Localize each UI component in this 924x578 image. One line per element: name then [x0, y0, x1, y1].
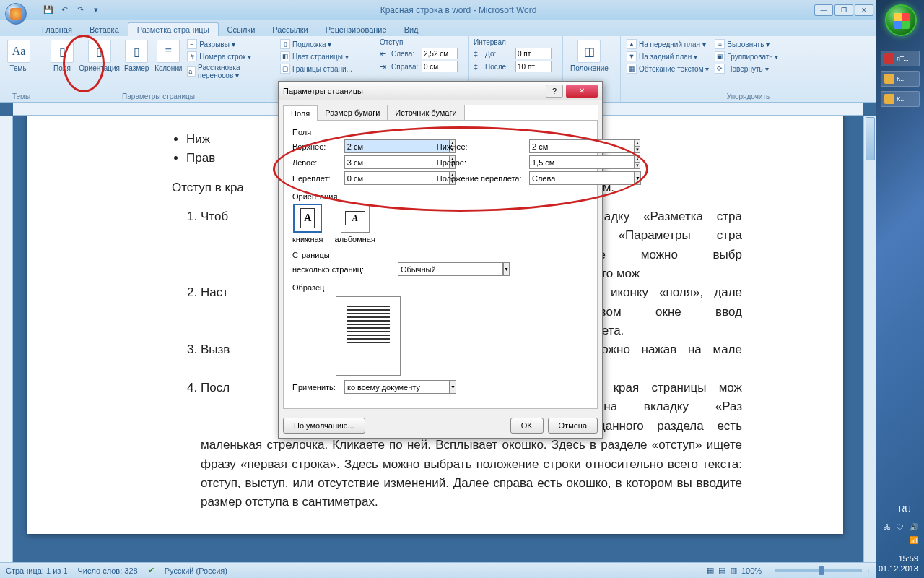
- status-words[interactable]: Число слов: 328: [78, 566, 138, 575]
- orientation-button[interactable]: ▯Ориентация: [79, 38, 119, 74]
- dialog-tab-source[interactable]: Источник бумаги: [387, 105, 464, 120]
- clock[interactable]: 15:5901.12.2013: [879, 553, 918, 574]
- view-print-icon[interactable]: ▦: [707, 566, 714, 575]
- undo-icon[interactable]: ↶: [58, 4, 71, 17]
- align-button[interactable]: ≡Выровнять ▾: [713, 38, 780, 50]
- view-read-icon[interactable]: ▤: [718, 566, 725, 575]
- indent-right-row: ⇥Справа:: [380, 61, 458, 72]
- tab-references[interactable]: Ссылки: [219, 23, 264, 36]
- status-language[interactable]: Русский (Россия): [165, 566, 227, 575]
- taskbar-item-folder-2[interactable]: К...: [881, 91, 920, 107]
- dialog-titlebar[interactable]: Параметры страницы ? ✕: [279, 82, 602, 100]
- ok-button[interactable]: OK: [510, 418, 544, 434]
- apply-to-combo[interactable]: [344, 380, 450, 394]
- watermark-button[interactable]: ▯Подложка ▾: [279, 38, 354, 50]
- page-color-button[interactable]: ◧Цвет страницы ▾: [279, 51, 354, 62]
- zoom-slider[interactable]: [775, 569, 862, 572]
- rotate-button[interactable]: ⟳Повернуть ▾: [713, 63, 780, 74]
- linenum-icon: #: [187, 51, 197, 61]
- right-margin-input[interactable]: [529, 155, 635, 169]
- zoom-out-button[interactable]: −: [766, 566, 770, 575]
- dialog-close-button[interactable]: ✕: [566, 85, 598, 98]
- taskbar-item-yandex[interactable]: яТ...: [881, 51, 920, 66]
- tray-signal-icon[interactable]: 📶: [910, 536, 920, 546]
- tray-volume-icon[interactable]: 🔊: [910, 523, 920, 533]
- orientation-portrait[interactable]: Aкнижная: [292, 204, 323, 243]
- group-button[interactable]: ▣Группировать ▾: [713, 51, 780, 62]
- top-margin-input[interactable]: [344, 139, 450, 153]
- chevron-down-icon[interactable]: ▼: [635, 171, 641, 185]
- dialog-tab-paper[interactable]: Размер бумаги: [317, 105, 388, 120]
- save-icon[interactable]: 💾: [42, 4, 55, 17]
- tab-view[interactable]: Вид: [396, 23, 427, 36]
- office-button[interactable]: [0, 0, 27, 20]
- scrollbar-thumb[interactable]: [866, 117, 875, 160]
- tray-network-icon[interactable]: 🖧: [884, 523, 894, 533]
- size-button[interactable]: ▯Размер: [122, 38, 151, 74]
- zoom-value[interactable]: 100%: [741, 566, 762, 575]
- hyphenation-button[interactable]: a-Расстановка переносов ▾: [186, 63, 269, 80]
- tab-review[interactable]: Рецензирование: [317, 23, 396, 36]
- gutter-input[interactable]: [344, 171, 450, 185]
- spacing-after-input[interactable]: [515, 61, 552, 72]
- multi-pages-label: несколько страниц:: [292, 265, 393, 274]
- close-button[interactable]: ✕: [855, 4, 873, 16]
- indent-left-row: ⇤Слева:: [380, 48, 458, 59]
- bring-front-button[interactable]: ▲На передний план ▾: [625, 38, 710, 50]
- columns-button[interactable]: ≡Колонки: [154, 38, 183, 74]
- folder-icon: [884, 94, 894, 104]
- minimize-button[interactable]: —: [814, 4, 833, 16]
- group-themes-label: Темы: [4, 92, 38, 101]
- orientation-landscape[interactable]: Aальбомная: [335, 204, 375, 243]
- text-wrap-button[interactable]: ▦Обтекание текстом ▾: [625, 63, 710, 74]
- tab-home[interactable]: Главная: [33, 23, 81, 36]
- chevron-down-icon[interactable]: ▼: [503, 262, 510, 276]
- rotate-icon: ⟳: [715, 64, 725, 74]
- dialog-help-button[interactable]: ?: [546, 85, 563, 98]
- tab-insert[interactable]: Вставка: [81, 23, 128, 36]
- bottom-margin-label: Нижнее:: [437, 142, 525, 151]
- apply-to-label: Применить:: [292, 383, 340, 392]
- redo-icon[interactable]: ↷: [74, 4, 87, 17]
- status-page[interactable]: Страница: 1 из 1: [6, 566, 68, 575]
- tray-shield-icon[interactable]: 🛡: [897, 523, 907, 533]
- view-web-icon[interactable]: ▥: [730, 566, 737, 575]
- vertical-ruler[interactable]: [0, 116, 13, 562]
- spacing-before-input[interactable]: [515, 48, 552, 59]
- qat-dropdown-icon[interactable]: ▾: [90, 4, 103, 17]
- breaks-button[interactable]: ⤶Разрывы ▾: [186, 38, 269, 50]
- page-borders-button[interactable]: ▢Границы страни...: [279, 63, 354, 74]
- left-margin-input[interactable]: [344, 155, 450, 169]
- gutter-label: Переплет:: [292, 174, 340, 183]
- indent-right-input[interactable]: [422, 61, 458, 72]
- default-button[interactable]: По умолчанию...: [283, 418, 365, 434]
- taskbar-item-folder[interactable]: К...: [881, 71, 920, 87]
- chevron-down-icon[interactable]: ▼: [450, 380, 456, 394]
- title-bar: 💾 ↶ ↷ ▾ Красная строка в word - Microsof…: [0, 0, 876, 20]
- margins-button[interactable]: ▯Поля: [48, 38, 77, 74]
- dialog-tab-margins[interactable]: Поля: [283, 105, 318, 121]
- vertical-scrollbar[interactable]: [863, 116, 876, 562]
- bottom-margin-input[interactable]: [529, 139, 635, 153]
- tab-mailings[interactable]: Рассылки: [263, 23, 316, 36]
- themes-button[interactable]: AaТемы: [4, 38, 33, 74]
- start-button[interactable]: [885, 4, 917, 36]
- position-button[interactable]: ◫Положение: [567, 38, 611, 74]
- cancel-button[interactable]: Отмена: [548, 418, 598, 434]
- line-numbers-button[interactable]: #Номера строк ▾: [186, 51, 269, 62]
- system-tray[interactable]: 🖧 🛡 🔊 📶: [881, 523, 920, 546]
- status-proof-icon[interactable]: ✔: [148, 566, 154, 575]
- indent-left-input[interactable]: [422, 48, 458, 59]
- multi-pages-combo[interactable]: [398, 262, 503, 276]
- gutter-pos-label: Положение переплета:: [437, 174, 525, 183]
- yandex-icon: [884, 53, 894, 64]
- language-indicator[interactable]: RU: [899, 504, 911, 514]
- gutter-pos-combo[interactable]: [529, 171, 635, 185]
- send-back-button[interactable]: ▼На задний план ▾: [625, 51, 710, 62]
- spacing-title: Интервал: [474, 38, 506, 46]
- zoom-in-button[interactable]: +: [866, 566, 871, 575]
- section-preview-label: Образец: [292, 283, 588, 292]
- folder-icon: [884, 74, 894, 84]
- tab-page-layout[interactable]: Разметка страницы: [128, 22, 219, 36]
- maximize-button[interactable]: ❐: [834, 4, 853, 16]
